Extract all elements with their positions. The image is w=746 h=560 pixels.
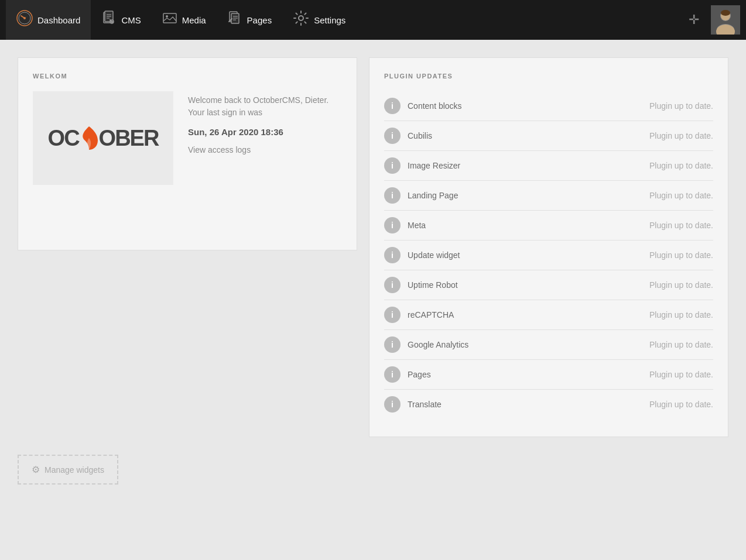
welcome-inner: OC OBER Welcome back to OctoberCMS, Diet…: [33, 91, 342, 185]
plugin-info-icon[interactable]: i: [384, 128, 401, 144]
dashboard-icon: [16, 10, 33, 30]
svg-rect-11: [163, 13, 176, 23]
plugin-list-item: i Uptime Robot Plugin up to date.: [384, 270, 713, 300]
svg-point-18: [299, 16, 303, 20]
plugin-list-item: i Landing Page Plugin up to date.: [384, 181, 713, 211]
plugin-status: Plugin up to date.: [649, 131, 713, 140]
nav-item-dashboard[interactable]: Dashboard: [6, 0, 91, 40]
plugin-info-icon[interactable]: i: [384, 396, 401, 413]
media-icon: [162, 11, 177, 29]
nav-label-settings: Settings: [314, 15, 345, 25]
welcome-date: Sun, 26 Apr 2020 18:36: [188, 127, 342, 137]
plugin-name: Content blocks: [408, 101, 642, 111]
plugin-status: Plugin up to date.: [649, 250, 713, 260]
plugin-list: i Content blocks Plugin up to date. i Cu…: [384, 91, 713, 419]
plugin-info-icon[interactable]: i: [384, 336, 401, 353]
widgets-row: WELKOM OC OBER Welcome back to: [18, 57, 728, 437]
manage-widgets-row: ⚙ Manage widgets: [18, 455, 728, 485]
plugin-list-item: i Update widget Plugin up to date.: [384, 241, 713, 270]
plugin-info-icon[interactable]: i: [384, 187, 401, 204]
plugin-name: Translate: [408, 400, 642, 409]
plugin-list-item: i Translate Plugin up to date.: [384, 390, 713, 419]
plugin-name: Update widget: [408, 250, 642, 260]
plugin-status: Plugin up to date.: [649, 101, 713, 111]
view-access-logs-link[interactable]: View access logs: [188, 145, 342, 154]
nav-item-settings[interactable]: Settings: [282, 0, 356, 40]
plugin-list-item: i Content blocks Plugin up to date.: [384, 91, 713, 121]
plugin-name: Cubilis: [408, 131, 642, 140]
october-logo: OC OBER: [48, 125, 159, 151]
svg-point-4: [23, 17, 26, 19]
plugin-list-item: i Cubilis Plugin up to date.: [384, 121, 713, 151]
nav-label-dashboard: Dashboard: [37, 15, 80, 25]
plugin-status: Plugin up to date.: [649, 280, 713, 290]
plugin-status: Plugin up to date.: [649, 310, 713, 319]
welcome-widget: WELKOM OC OBER Welcome back to: [18, 57, 357, 250]
plugin-status: Plugin up to date.: [649, 221, 713, 230]
plugin-name: Image Resizer: [408, 161, 642, 170]
svg-point-24: [721, 10, 730, 16]
plugin-info-icon[interactable]: i: [384, 247, 401, 263]
logo-text-left: OC: [48, 126, 79, 151]
plugin-name: reCAPTCHA: [408, 310, 642, 319]
plugin-status: Plugin up to date.: [649, 400, 713, 409]
plugin-list-item: i Google Analytics Plugin up to date.: [384, 330, 713, 360]
plugin-status: Plugin up to date.: [649, 161, 713, 170]
plugin-list-item: i Pages Plugin up to date.: [384, 360, 713, 390]
nav-label-media: Media: [182, 15, 206, 25]
plugin-info-icon[interactable]: i: [384, 277, 401, 293]
plugin-name: Meta: [408, 221, 642, 230]
pages-icon: [227, 11, 242, 29]
logo-leaf-icon: [79, 125, 99, 151]
plugin-info-icon[interactable]: i: [384, 307, 401, 323]
avatar[interactable]: [711, 5, 740, 35]
plugin-updates-widget: PLUGIN UPDATES i Content blocks Plugin u…: [369, 57, 728, 437]
nav-right: ✛: [683, 5, 740, 35]
plugin-list-item: i Meta Plugin up to date.: [384, 211, 713, 241]
plugin-name: Pages: [408, 370, 642, 379]
manage-widgets-gear-icon: ⚙: [32, 464, 40, 475]
plugin-updates-title: PLUGIN UPDATES: [384, 73, 713, 80]
welcome-widget-title: WELKOM: [33, 73, 342, 80]
plugin-info-icon[interactable]: i: [384, 98, 401, 114]
plugin-list-item: i Image Resizer Plugin up to date.: [384, 151, 713, 181]
plugin-info-icon[interactable]: i: [384, 366, 401, 383]
move-icon[interactable]: ✛: [683, 12, 705, 28]
welcome-text: Welcome back to OctoberCMS, Dieter. Your…: [188, 94, 342, 119]
plugin-list-item: i reCAPTCHA Plugin up to date.: [384, 300, 713, 330]
nav-label-cms: CMS: [121, 15, 141, 25]
logo-text-right: OBER: [99, 126, 159, 151]
manage-widgets-button[interactable]: ⚙ Manage widgets: [18, 455, 118, 485]
settings-icon: [293, 10, 309, 30]
nav-item-media[interactable]: Media: [152, 0, 217, 40]
plugin-name: Landing Page: [408, 191, 642, 200]
nav-item-pages[interactable]: Pages: [217, 0, 283, 40]
plugin-info-icon[interactable]: i: [384, 217, 401, 233]
welcome-logo-box: OC OBER: [33, 91, 173, 185]
nav-label-pages: Pages: [247, 15, 272, 25]
plugin-status: Plugin up to date.: [649, 370, 713, 379]
avatar-image: [711, 5, 740, 35]
plugin-info-icon[interactable]: i: [384, 157, 401, 174]
main-content: WELKOM OC OBER Welcome back to: [0, 40, 746, 560]
plugin-name: Google Analytics: [408, 340, 642, 349]
welcome-info: Welcome back to OctoberCMS, Dieter. Your…: [188, 91, 342, 154]
top-navigation: Dashboard CMS Media: [0, 0, 746, 40]
plugin-status: Plugin up to date.: [649, 340, 713, 349]
plugin-name: Uptime Robot: [408, 280, 642, 290]
manage-widgets-label: Manage widgets: [45, 465, 104, 475]
nav-item-cms[interactable]: CMS: [91, 0, 151, 40]
plugin-status: Plugin up to date.: [649, 191, 713, 200]
cms-icon: [101, 11, 117, 29]
svg-point-12: [166, 15, 168, 18]
